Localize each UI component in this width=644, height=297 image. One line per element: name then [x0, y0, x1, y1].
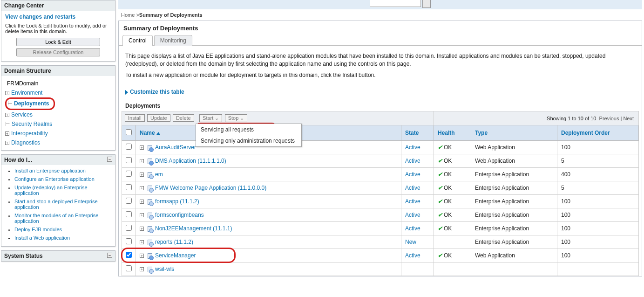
how-do-i-item: Install a Web application	[14, 235, 111, 241]
deployment-name-link[interactable]: ServiceManager	[155, 252, 196, 259]
enterprise-app-icon	[147, 239, 153, 246]
tree-item-diagnostics[interactable]: Diagnostics	[11, 139, 40, 146]
select-all-checkbox[interactable]	[126, 129, 132, 135]
how-do-i-title: How do I... –	[1, 155, 115, 165]
state-link[interactable]: Active	[405, 252, 420, 259]
breadcrumb-home[interactable]: Home	[121, 12, 135, 18]
how-do-i-link[interactable]: Update (redeploy) an Enterprise applicat…	[14, 185, 88, 196]
order-cell: 100	[557, 141, 639, 154]
deployment-name-link[interactable]: formsapp (11.1.2)	[155, 198, 199, 205]
how-do-i-link[interactable]: Monitor the modules of an Enterprise app…	[14, 213, 98, 224]
state-link[interactable]: Active	[405, 144, 420, 151]
tree-expand-icon[interactable]: +	[5, 113, 9, 117]
lock-edit-button[interactable]: Lock & Edit	[16, 38, 100, 46]
state-link[interactable]: Active	[405, 225, 420, 232]
row-checkbox[interactable]	[126, 265, 132, 271]
tree-expand-icon[interactable]: +	[5, 91, 9, 95]
tree-expand-icon[interactable]: +	[5, 141, 9, 145]
expand-row-icon[interactable]: +	[140, 267, 144, 271]
order-cell: 5	[557, 154, 639, 168]
row-checkbox[interactable]	[126, 198, 132, 204]
how-do-i-link[interactable]: Install an Enterprise application	[14, 168, 86, 173]
deployment-name-link[interactable]: FMW Welcome Page Application (11.1.0.0.0…	[155, 185, 266, 191]
deployment-name-link[interactable]: wsil-wls	[155, 266, 174, 272]
type-cell	[471, 262, 557, 276]
col-health[interactable]: Health	[434, 125, 471, 141]
table-title: Deployments	[119, 98, 642, 111]
minimize-icon[interactable]: –	[107, 253, 112, 258]
search-button[interactable]	[422, 0, 431, 8]
how-do-i-link[interactable]: Configure an Enterprise application	[14, 176, 95, 182]
deployment-name-link[interactable]: DMS Application (11.1.1.1.0)	[155, 158, 226, 164]
expand-row-icon[interactable]: +	[140, 145, 144, 150]
deployment-name-link[interactable]: NonJ2EEManagement (11.1.1)	[155, 225, 232, 232]
deployment-name-link[interactable]: em	[155, 171, 163, 178]
update-button[interactable]: Update	[147, 114, 170, 122]
how-do-i-item: Start and stop a deployed Enterprise app…	[14, 199, 111, 210]
tree-item-environment[interactable]: Environment	[11, 90, 42, 96]
expand-row-icon[interactable]: +	[140, 240, 144, 244]
expand-row-icon[interactable]: +	[140, 159, 144, 163]
top-bar	[118, 0, 642, 9]
how-do-i-link[interactable]: Deploy EJB modules	[14, 227, 62, 232]
expand-row-icon[interactable]: +	[140, 186, 144, 190]
expand-row-icon[interactable]: +	[140, 173, 144, 177]
col-type[interactable]: Type	[471, 125, 557, 141]
tree-item-interoperability[interactable]: Interoperability	[11, 130, 48, 137]
col-order[interactable]: Deployment Order	[557, 125, 639, 141]
state-link[interactable]: Active	[405, 171, 420, 178]
start-menu-item[interactable]: Servicing only administration requests	[196, 135, 301, 146]
expand-row-icon[interactable]: +	[140, 227, 144, 231]
ok-check-icon: ✔	[438, 144, 442, 151]
deployment-name-link[interactable]: formsconfigmbeans	[155, 212, 204, 218]
tab-control[interactable]: Control	[122, 35, 153, 46]
customize-table-link[interactable]: Customize this table	[119, 82, 642, 98]
how-do-i-item: Deploy EJB modules	[14, 227, 111, 232]
state-link[interactable]: New	[405, 239, 416, 245]
state-link[interactable]: Active	[405, 185, 420, 191]
view-changes-link[interactable]: View changes and restarts	[5, 14, 111, 20]
table-row: +formsapp (11.1.2) Active ✔OK Enterprise…	[122, 195, 639, 208]
how-do-i-item: Monitor the modules of an Enterprise app…	[14, 213, 111, 224]
select-all-header	[122, 125, 136, 141]
delete-button[interactable]: Delete	[173, 114, 194, 122]
row-checkbox[interactable]	[126, 225, 132, 231]
row-checkbox[interactable]	[126, 184, 132, 190]
col-state[interactable]: State	[401, 125, 434, 141]
health-cell	[434, 235, 471, 249]
tree-branch-icon: ⊢	[5, 119, 10, 129]
start-menu-item[interactable]: Servicing all requests	[196, 124, 301, 135]
tree-item-security-realms[interactable]: Security Realms	[12, 121, 52, 127]
prev-page-link[interactable]: Previous	[599, 116, 619, 121]
row-checkbox[interactable]	[126, 144, 132, 150]
expand-row-icon[interactable]: +	[140, 254, 144, 258]
install-button[interactable]: Install	[125, 114, 145, 122]
stop-dropdown-button[interactable]: Stop ⌄	[225, 114, 248, 122]
state-link[interactable]: Active	[405, 212, 420, 218]
deployment-name-link[interactable]: reports (11.1.2)	[155, 239, 193, 245]
web-app-icon	[147, 158, 153, 165]
row-checkbox[interactable]	[126, 211, 132, 217]
state-link[interactable]: Active	[405, 198, 420, 205]
start-dropdown-button[interactable]: Start ⌄	[199, 114, 222, 122]
release-config-button[interactable]: Release Configuration	[16, 48, 100, 56]
row-checkbox[interactable]	[126, 157, 132, 163]
row-checkbox[interactable]	[126, 238, 132, 244]
how-do-i-link[interactable]: Install a Web application	[14, 235, 70, 241]
row-checkbox[interactable]	[126, 171, 132, 177]
minimize-icon[interactable]: –	[107, 157, 112, 162]
state-link[interactable]: Active	[405, 158, 420, 164]
how-do-i-link[interactable]: Start and stop a deployed Enterprise app…	[14, 199, 98, 210]
tree-item-deployments[interactable]: Deployments	[14, 100, 49, 107]
tree-expand-icon[interactable]: +	[5, 131, 9, 136]
search-input[interactable]	[370, 0, 421, 7]
tree-item-services[interactable]: Services	[11, 111, 33, 118]
table-row: +em Active ✔OK Enterprise Application 40…	[122, 168, 639, 181]
next-page-link[interactable]: Next	[623, 116, 634, 121]
tab-monitoring[interactable]: Monitoring	[154, 35, 192, 46]
expand-row-icon[interactable]: +	[140, 213, 144, 217]
expand-row-icon[interactable]: +	[140, 200, 144, 204]
health-cell: ✔OK	[434, 181, 471, 195]
deployment-name-link[interactable]: AuraAuditServer	[155, 144, 196, 151]
row-checkbox[interactable]	[126, 252, 132, 258]
